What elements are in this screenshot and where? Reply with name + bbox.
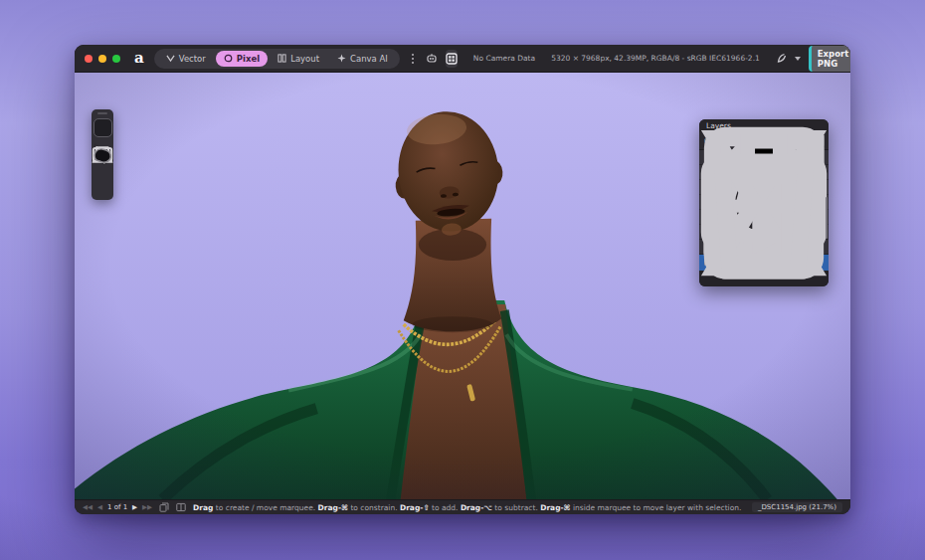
close-window-button[interactable]	[85, 55, 92, 63]
toolbar-overflow-menu[interactable]	[408, 54, 418, 64]
camera-data-status: No Camera Data	[473, 54, 535, 63]
layers-panel-footer: fx	[699, 272, 829, 286]
window-controls	[85, 55, 120, 63]
persona-pixel[interactable]: Pixel	[216, 51, 268, 67]
last-page-button[interactable]: ▶▶	[142, 503, 152, 511]
layout-persona-icon	[278, 54, 286, 63]
canva-ai-sparkle-icon	[337, 54, 346, 63]
assistant-button[interactable]	[426, 50, 438, 68]
persona-label: Vector	[179, 54, 206, 64]
liquify-tool[interactable]	[94, 179, 111, 196]
document-info: 5320 × 7968px, 42.39MP, RGBA/8 - sRGB IE…	[551, 54, 760, 63]
first-page-button[interactable]: ◀◀	[83, 503, 92, 511]
vector-persona-icon	[166, 54, 175, 63]
toolbar: a Vector Pixel Layout Canva AI	[75, 45, 850, 73]
persona-canva-ai[interactable]: Canva AI	[329, 51, 396, 67]
zoom-window-button[interactable]	[112, 55, 120, 63]
persona-vector[interactable]: Vector	[158, 51, 214, 67]
spread-view-icon[interactable]	[176, 502, 186, 512]
export-png-button[interactable]: Export PNG	[809, 46, 850, 72]
affinity-logo: a	[134, 51, 144, 66]
page-indicator: 1 of 1	[107, 503, 127, 511]
pixel-persona-icon	[224, 54, 233, 63]
pen-tool-menu-button[interactable]	[776, 50, 787, 68]
minimize-window-button[interactable]	[98, 55, 106, 63]
export-png-label: Export PNG	[818, 49, 848, 69]
pen-dropdown-caret[interactable]	[795, 57, 801, 61]
previous-page-button[interactable]: ◀	[97, 503, 102, 511]
tools-panel	[92, 109, 113, 200]
pages-view-icon[interactable]	[159, 502, 169, 512]
next-page-button[interactable]: ▶	[132, 503, 137, 511]
layers-scrollbar[interactable]	[826, 197, 828, 239]
desktop-background: a Vector Pixel Layout Canva AI	[0, 0, 925, 560]
snapping-grid-icon	[446, 53, 458, 65]
canvas[interactable]: Layers Opacity: 100 % Passthrough	[75, 73, 850, 499]
file-info: _DSC1154.jpg (21.7%)	[752, 502, 842, 512]
assistant-robot-icon	[426, 53, 438, 64]
app-window: a Vector Pixel Layout Canva AI	[75, 45, 850, 514]
persona-label: Canva AI	[350, 54, 388, 64]
tool-hint-text: Drag to create / move marquee. Drag-⌘ to…	[193, 503, 745, 512]
persona-switcher: Vector Pixel Layout Canva AI	[154, 49, 400, 69]
layers-panel: Layers Opacity: 100 % Passthrough	[699, 119, 829, 286]
persona-layout[interactable]: Layout	[270, 51, 327, 67]
status-bar: ◀◀ ◀ 1 of 1 ▶ ▶▶ Drag to create / move m…	[75, 499, 850, 514]
snapping-button[interactable]	[446, 50, 458, 68]
persona-label: Layout	[290, 54, 319, 64]
persona-label: Pixel	[237, 54, 260, 64]
pen-icon	[776, 53, 787, 64]
